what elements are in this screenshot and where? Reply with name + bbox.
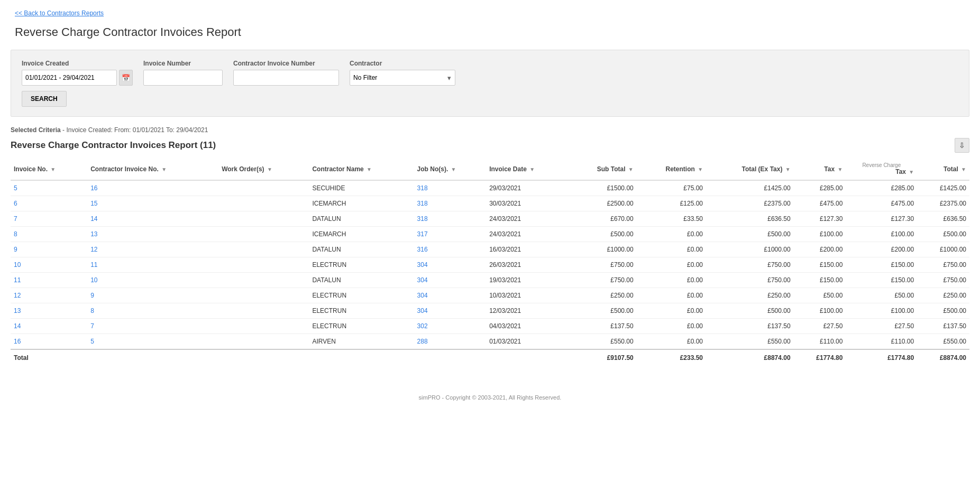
job-nos-cell[interactable]: 318 bbox=[414, 180, 487, 196]
invoice-date-cell: 19/03/2021 bbox=[486, 273, 569, 288]
contractor-name-cell: ELECTRUN bbox=[309, 303, 414, 319]
contractor-invoice-no-cell[interactable]: 12 bbox=[87, 242, 218, 257]
retention-cell: £0.00 bbox=[637, 334, 706, 350]
contractor-invoice-no-cell[interactable]: 10 bbox=[87, 273, 218, 288]
invoice-no-cell[interactable]: 12 bbox=[11, 288, 87, 303]
retention-cell: £0.00 bbox=[637, 303, 706, 319]
th-tax[interactable]: Tax ▼ bbox=[794, 158, 846, 180]
sub-total-cell: £250.00 bbox=[569, 288, 637, 303]
invoice-no-cell[interactable]: 9 bbox=[11, 242, 87, 257]
th-retention[interactable]: Retention ▼ bbox=[637, 158, 706, 180]
sub-total-cell: £1000.00 bbox=[569, 242, 637, 257]
th-total-ex-tax[interactable]: Total (Ex Tax) ▼ bbox=[706, 158, 794, 180]
work-orders-cell bbox=[218, 227, 309, 242]
invoice-no-cell[interactable]: 6 bbox=[11, 196, 87, 211]
th-contractor-name[interactable]: Contractor Name ▼ bbox=[309, 158, 414, 180]
contractor-invoice-no-cell[interactable]: 13 bbox=[87, 227, 218, 242]
table-row: 5 16 SECUHIDE 318 29/03/2021 £1500.00 £7… bbox=[11, 180, 969, 196]
invoice-number-input[interactable] bbox=[143, 70, 223, 86]
retention-cell: £0.00 bbox=[637, 242, 706, 257]
work-orders-cell bbox=[218, 334, 309, 350]
selected-criteria-prefix: Selected Criteria bbox=[11, 126, 61, 134]
invoice-no-cell[interactable]: 10 bbox=[11, 257, 87, 273]
search-button[interactable]: SEARCH bbox=[22, 91, 67, 107]
sub-total-cell: £2500.00 bbox=[569, 196, 637, 211]
invoice-date-cell: 04/03/2021 bbox=[486, 319, 569, 334]
job-nos-cell[interactable]: 304 bbox=[414, 303, 487, 319]
sub-total-cell: £550.00 bbox=[569, 334, 637, 350]
th-work-orders[interactable]: Work Order(s) ▼ bbox=[218, 158, 309, 180]
retention-cell: £0.00 bbox=[637, 227, 706, 242]
job-nos-cell[interactable]: 318 bbox=[414, 211, 487, 227]
contractor-select[interactable]: No Filter bbox=[350, 70, 455, 86]
reverse-charge-tax-cell: £475.00 bbox=[846, 196, 917, 211]
job-nos-cell[interactable]: 317 bbox=[414, 227, 487, 242]
total-cell: £500.00 bbox=[917, 303, 969, 319]
invoice-no-cell[interactable]: 14 bbox=[11, 319, 87, 334]
invoice-date-cell: 24/03/2021 bbox=[486, 211, 569, 227]
th-contractor-invoice-no[interactable]: Contractor Invoice No. ▼ bbox=[87, 158, 218, 180]
back-link[interactable]: Back to Contractors Reports bbox=[0, 0, 980, 20]
invoice-created-input[interactable] bbox=[22, 70, 117, 86]
table-row: 7 14 DATALUN 318 24/03/2021 £670.00 £33.… bbox=[11, 211, 969, 227]
invoice-no-cell[interactable]: 11 bbox=[11, 273, 87, 288]
job-nos-cell[interactable]: 316 bbox=[414, 242, 487, 257]
results-header: Reverse Charge Contractor Invoices Repor… bbox=[11, 138, 969, 153]
invoice-no-cell[interactable]: 16 bbox=[11, 334, 87, 350]
results-section: Selected Criteria - Invoice Created: Fro… bbox=[11, 126, 969, 366]
table-header-row: Invoice No. ▼ Contractor Invoice No. ▼ W… bbox=[11, 158, 969, 180]
footer-text: simPRO - Copyright © 2003-2021, All Righ… bbox=[419, 394, 562, 401]
contractor-name-cell: ELECTRUN bbox=[309, 319, 414, 334]
th-sub-total[interactable]: Sub Total ▼ bbox=[569, 158, 637, 180]
contractor-invoice-no-cell[interactable]: 8 bbox=[87, 303, 218, 319]
totals-blank-1 bbox=[87, 349, 218, 366]
calendar-icon[interactable]: 📅 bbox=[119, 70, 133, 86]
invoice-no-cell[interactable]: 13 bbox=[11, 303, 87, 319]
th-invoice-date[interactable]: Invoice Date ▼ bbox=[486, 158, 569, 180]
total-cell: £2375.00 bbox=[917, 196, 969, 211]
selected-criteria-text: - Invoice Created: From: 01/01/2021 To: … bbox=[61, 126, 208, 134]
total-cell: £137.50 bbox=[917, 319, 969, 334]
download-button[interactable]: ⇩ bbox=[955, 138, 969, 153]
contractor-name-cell: ELECTRUN bbox=[309, 288, 414, 303]
th-invoice-no[interactable]: Invoice No. ▼ bbox=[11, 158, 87, 180]
job-nos-cell[interactable]: 302 bbox=[414, 319, 487, 334]
contractor-invoice-no-cell[interactable]: 14 bbox=[87, 211, 218, 227]
totals-blank-2 bbox=[218, 349, 309, 366]
th-total[interactable]: Total ▼ bbox=[917, 158, 969, 180]
contractor-invoice-number-input[interactable] bbox=[233, 70, 339, 86]
contractor-invoice-no-cell[interactable]: 15 bbox=[87, 196, 218, 211]
total-cell: £550.00 bbox=[917, 334, 969, 350]
sub-total-cell: £670.00 bbox=[569, 211, 637, 227]
table-row: 16 5 AIRVEN 288 01/03/2021 £550.00 £0.00… bbox=[11, 334, 969, 350]
page-title: Reverse Charge Contractor Invoices Repor… bbox=[0, 20, 980, 50]
total-cell: £500.00 bbox=[917, 227, 969, 242]
work-orders-cell bbox=[218, 242, 309, 257]
th-job-nos[interactable]: Job No(s). ▼ bbox=[414, 158, 487, 180]
contractor-invoice-no-cell[interactable]: 16 bbox=[87, 180, 218, 196]
invoice-no-cell[interactable]: 8 bbox=[11, 227, 87, 242]
invoice-no-cell[interactable]: 5 bbox=[11, 180, 87, 196]
tax-cell: £475.00 bbox=[794, 196, 846, 211]
contractor-invoice-no-cell[interactable]: 7 bbox=[87, 319, 218, 334]
totals-total: £8874.00 bbox=[917, 349, 969, 366]
invoice-date-cell: 29/03/2021 bbox=[486, 180, 569, 196]
contractor-invoice-no-cell[interactable]: 5 bbox=[87, 334, 218, 350]
job-nos-cell[interactable]: 318 bbox=[414, 196, 487, 211]
contractor-invoice-no-cell[interactable]: 9 bbox=[87, 288, 218, 303]
invoice-date-cell: 26/03/2021 bbox=[486, 257, 569, 273]
job-nos-cell[interactable]: 288 bbox=[414, 334, 487, 350]
sub-total-cell: £750.00 bbox=[569, 273, 637, 288]
th-reverse-charge-tax[interactable]: Reverse ChargeTax ▼ bbox=[846, 158, 917, 180]
contractor-invoice-no-cell[interactable]: 11 bbox=[87, 257, 218, 273]
totals-sub-total: £9107.50 bbox=[569, 349, 637, 366]
job-nos-cell[interactable]: 304 bbox=[414, 273, 487, 288]
job-nos-cell[interactable]: 304 bbox=[414, 257, 487, 273]
total-ex-tax-cell: £636.50 bbox=[706, 211, 794, 227]
totals-tax: £1774.80 bbox=[794, 349, 846, 366]
retention-cell: £125.00 bbox=[637, 196, 706, 211]
work-orders-cell bbox=[218, 273, 309, 288]
invoice-no-cell[interactable]: 7 bbox=[11, 211, 87, 227]
job-nos-cell[interactable]: 304 bbox=[414, 288, 487, 303]
reverse-charge-tax-cell: £100.00 bbox=[846, 227, 917, 242]
